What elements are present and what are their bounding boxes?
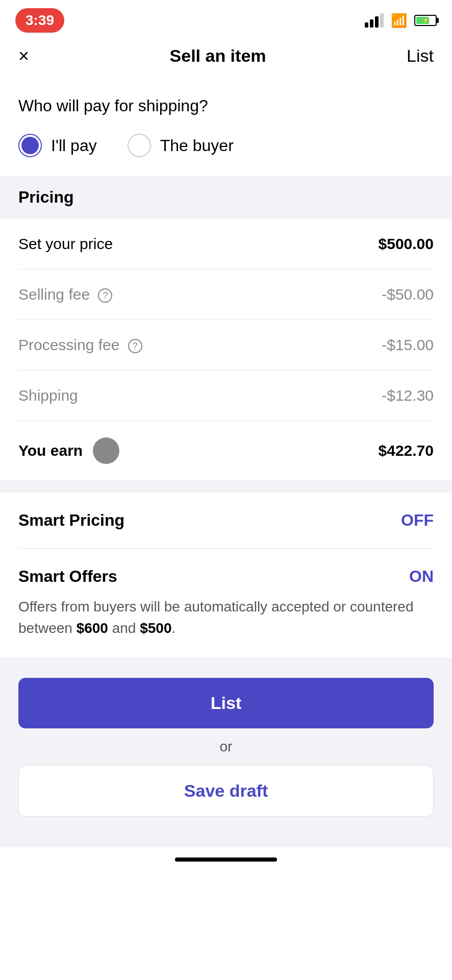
- shipping-options: I'll pay The buyer: [18, 134, 434, 157]
- smart-offers-amount2: $500: [140, 620, 171, 636]
- shipping-option-buyer[interactable]: The buyer: [128, 134, 234, 157]
- smart-offers-toggle[interactable]: ON: [409, 567, 434, 586]
- selling-fee-value: -$50.00: [382, 286, 434, 303]
- processing-fee-label: Processing fee ?: [18, 336, 142, 354]
- you-earn-value: $422.70: [379, 442, 434, 459]
- save-draft-button[interactable]: Save draft: [18, 765, 434, 817]
- home-indicator: [0, 847, 452, 877]
- status-icons: 📶 ⚡: [365, 13, 437, 29]
- section-gap-1: [0, 480, 452, 493]
- processing-fee-value: -$15.00: [382, 336, 434, 354]
- pricing-row-processing-fee: Processing fee ? -$15.00: [18, 320, 434, 371]
- smart-offers-label: Smart Offers: [18, 567, 117, 586]
- battery-icon: ⚡: [414, 15, 437, 26]
- pricing-row-shipping: Shipping -$12.30: [18, 371, 434, 421]
- home-bar: [175, 857, 277, 862]
- smart-divider: [18, 548, 434, 549]
- smart-offers-amount1: $600: [77, 620, 108, 636]
- or-label: or: [18, 728, 434, 765]
- shipping-cost-label: Shipping: [18, 387, 78, 404]
- radio-inner-ill-pay: [21, 137, 39, 154]
- you-earn-label: You earn: [18, 442, 83, 459]
- smart-pricing-label: Smart Pricing: [18, 511, 124, 530]
- close-button[interactable]: ×: [18, 47, 29, 65]
- status-time: 3:39: [15, 8, 64, 33]
- drag-handle-icon[interactable]: [93, 437, 119, 464]
- shipping-question: Who will pay for shipping?: [18, 96, 434, 115]
- status-bar: 3:39 📶 ⚡: [0, 0, 452, 41]
- selling-fee-label: Selling fee ?: [18, 286, 112, 303]
- signal-bars-icon: [365, 13, 384, 28]
- smart-offers-description: Offers from buyers will be automatically…: [18, 596, 434, 639]
- processing-fee-info-icon[interactable]: ?: [128, 339, 142, 353]
- set-price-value: $500.00: [379, 235, 434, 253]
- shipping-section: Who will pay for shipping? I'll pay The …: [0, 76, 452, 176]
- set-price-label: Set your price: [18, 235, 113, 253]
- pricing-row-set-price[interactable]: Set your price $500.00: [18, 219, 434, 270]
- pricing-header-label: Pricing: [18, 188, 73, 206]
- smart-pricing-row: Smart Pricing OFF: [18, 511, 434, 530]
- pricing-section-header: Pricing: [0, 176, 452, 219]
- smart-offers-row: Smart Offers ON: [18, 567, 434, 586]
- radio-buyer[interactable]: [128, 134, 151, 157]
- page-title: Sell an item: [170, 46, 266, 66]
- shipping-cost-value: -$12.30: [382, 387, 434, 404]
- shipping-label-ill-pay: I'll pay: [51, 136, 97, 155]
- list-nav-button[interactable]: List: [407, 46, 434, 66]
- bottom-actions-section: List or Save draft: [0, 657, 452, 847]
- smart-pricing-toggle[interactable]: OFF: [401, 511, 434, 530]
- pricing-row-you-earn: You earn $422.70: [18, 421, 434, 480]
- shipping-option-ill-pay[interactable]: I'll pay: [18, 134, 97, 157]
- nav-bar: × Sell an item List: [0, 41, 452, 76]
- wifi-icon: 📶: [391, 13, 407, 29]
- pricing-row-selling-fee: Selling fee ? -$50.00: [18, 270, 434, 320]
- smart-pricing-section: Smart Pricing OFF Smart Offers ON Offers…: [0, 493, 452, 657]
- list-button[interactable]: List: [18, 678, 434, 728]
- shipping-label-buyer: The buyer: [160, 136, 234, 155]
- radio-ill-pay[interactable]: [18, 134, 42, 157]
- pricing-section: Set your price $500.00 Selling fee ? -$5…: [0, 219, 452, 480]
- selling-fee-info-icon[interactable]: ?: [98, 288, 112, 303]
